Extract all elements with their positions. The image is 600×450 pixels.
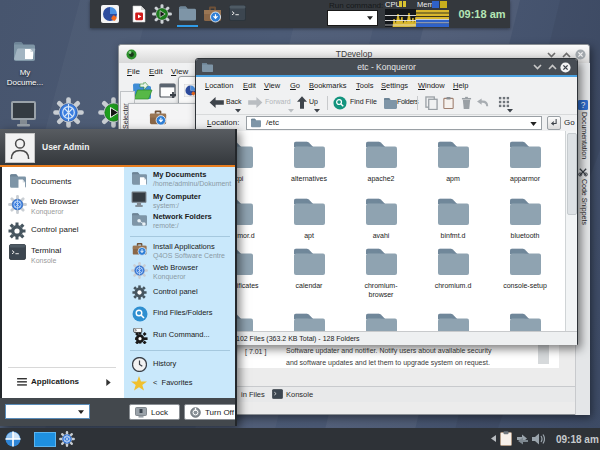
svg-text:?: ? xyxy=(581,101,586,110)
